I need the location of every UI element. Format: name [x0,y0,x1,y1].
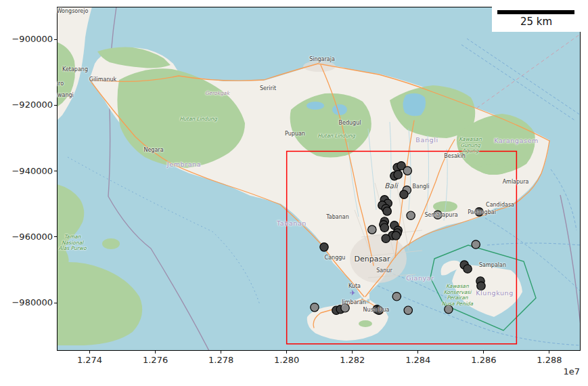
x-tick-mark [89,351,90,353]
y-tick-mark [54,236,57,237]
scatter-point [380,223,388,232]
y-tick-label: −940000 [1,166,53,176]
y-tick-label: −980000 [1,297,53,307]
scatter-point [475,208,483,216]
scatter-point [407,211,415,219]
x-tick-mark [483,351,484,353]
scatter-point [341,304,349,312]
y-tick-mark [54,105,57,106]
y-tick-label: −920000 [1,100,53,110]
scatter-point [403,167,411,175]
scatter-point [477,282,485,290]
x-tick-mark [221,351,221,353]
scatter-point [434,211,442,219]
scatter-point [394,171,402,179]
scatter-point [375,306,383,314]
scatter-point [404,306,412,314]
x-tick-mark [352,351,353,353]
x-tick-mark [286,351,287,353]
matplotlib-figure: WongsorejoKetapangGilimanukpuroyuwangiNe… [0,0,588,386]
x-tick-mark [417,351,418,353]
scale-bar-rule [497,10,574,14]
scatter-point [400,190,408,198]
x-tick-label: 1.284 [405,355,430,365]
scatter-point [383,207,391,215]
y-tick-mark [54,303,57,303]
y-tick-label: −960000 [1,232,53,242]
scatter-point [472,240,480,249]
x-axis-offset-label: 1e7 [553,366,580,377]
x-tick-label: 1.276 [143,355,168,365]
scatter-point [463,265,472,273]
scale-bar-label: 25 km [492,16,581,28]
scatter-point [392,293,401,301]
map-plot-area: WongsorejoKetapangGilimanukpuroyuwangiNe… [57,7,581,351]
x-tick-label: 1.280 [274,355,299,365]
scatter-point [392,232,400,240]
x-tick-label: 1.274 [77,355,102,365]
basemap-svg [57,7,581,351]
y-tick-label: −900000 [1,34,53,44]
x-tick-mark [155,351,156,353]
x-tick-mark [549,351,549,353]
x-tick-label: 1.286 [471,355,496,365]
x-tick-label: 1.282 [340,355,365,365]
scatter-point [320,243,328,251]
scatter-point [368,226,376,234]
y-tick-mark [54,39,57,40]
scatter-point [382,234,390,242]
scatter-point [311,303,319,312]
scatter-point [445,305,453,314]
x-tick-label: 1.288 [537,355,562,365]
scale-bar: 25 km [492,7,581,32]
y-tick-mark [54,171,57,171]
x-tick-label: 1.278 [208,355,233,365]
